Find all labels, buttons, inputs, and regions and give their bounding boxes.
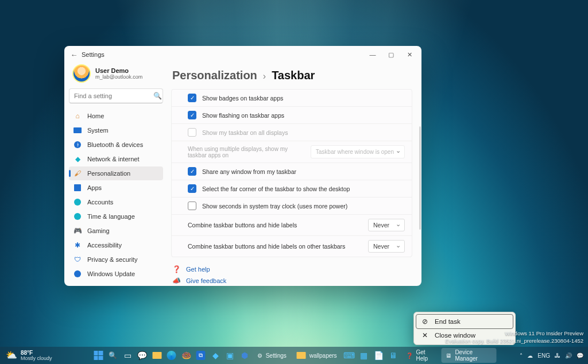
nav-update[interactable]: Windows Update — [69, 267, 163, 281]
taskbar-wallpapers[interactable]: wallpapers — [292, 348, 342, 363]
nav-time[interactable]: Time & language — [69, 210, 163, 223]
tray-chevron-up-icon[interactable]: ˄ — [520, 353, 523, 359]
app-icon-4[interactable]: ⬢ — [238, 348, 251, 363]
app-icon-1[interactable]: 🍩 — [179, 348, 192, 363]
prohibit-icon: ⊘ — [421, 317, 429, 326]
nav-personalization[interactable]: 🖌Personalization — [69, 166, 163, 180]
profile-email: m_lab@outlook.com — [95, 74, 142, 80]
feedback-icon: 📣 — [172, 277, 180, 285]
menu-end-task[interactable]: ⊘ End task — [416, 315, 513, 328]
window-title: Settings — [82, 51, 105, 58]
nav-bluetooth[interactable]: ᚼBluetooth & devices — [69, 138, 163, 152]
taskbar-settings[interactable]: ⚙Settings — [253, 348, 291, 363]
nav-list: ⌂Home System ᚼBluetooth & devices ◆Netwo… — [69, 109, 163, 281]
breadcrumb: Personalization › Taskbar — [172, 69, 412, 82]
device-icon: 🖥 — [446, 353, 451, 359]
maximize-button[interactable]: ▢ — [382, 48, 400, 61]
taskbar-center: 🔍 ▭ 💬 🍩 ⧉ ◆ ▣ ⬢ ⚙Settings wallpapers ⌨ ▦… — [92, 348, 497, 363]
tray-network-icon[interactable]: 🖧 — [555, 353, 560, 359]
setting-all-displays: Show my taskbar on all displays — [172, 124, 412, 141]
get-help-link[interactable]: ❓ Get help — [171, 265, 412, 273]
system-icon — [74, 126, 82, 134]
taskbar[interactable]: ⛅ 88°F Mostly cloudy 🔍 ▭ 💬 🍩 ⧉ ◆ ▣ ⬢ ⚙Se… — [0, 347, 588, 364]
edge-icon[interactable] — [165, 348, 178, 363]
app-icon-6[interactable]: ▦ — [357, 348, 370, 363]
nav-apps[interactable]: Apps — [69, 181, 163, 195]
weather-icon: ⛅ — [6, 350, 17, 361]
store-icon[interactable]: ⧉ — [194, 348, 207, 363]
setting-far-corner[interactable]: Select the far corner of the taskbar to … — [172, 180, 412, 198]
checkbox[interactable] — [188, 184, 196, 193]
setting-share-any[interactable]: Share any window from my taskbar — [172, 163, 412, 180]
taskbar-gethelp[interactable]: ❓Get Help — [401, 348, 440, 363]
settings-window: ← Settings — ▢ ✕ User Demo m_lab@outlook… — [64, 46, 421, 286]
taskbar-search[interactable]: 🔍 — [106, 348, 119, 363]
personalization-icon: 🖌 — [74, 169, 82, 177]
nav-system[interactable]: System — [69, 123, 163, 137]
checkbox — [188, 128, 196, 137]
tray-onedrive-icon[interactable]: ☁ — [527, 353, 533, 359]
search-input[interactable] — [74, 92, 153, 99]
give-feedback-link[interactable]: 📣 Give feedback — [171, 277, 412, 285]
window-titlebar: ← Settings — ▢ ✕ — [64, 46, 421, 63]
tray-volume-icon[interactable]: 🔊 — [565, 353, 572, 359]
dropdown[interactable]: Never — [368, 240, 405, 253]
setting-combine-other[interactable]: Combine taskbar buttons and hide labels … — [172, 236, 412, 257]
settings-panel: Show badges on taskbar apps Show flashin… — [171, 89, 412, 257]
minimize-button[interactable]: — — [364, 48, 381, 61]
apps-icon — [74, 184, 82, 192]
dropdown[interactable]: Never — [368, 219, 405, 231]
app-icon-7[interactable]: 📄 — [372, 348, 385, 363]
nav-network[interactable]: ◆Network & internet — [69, 152, 163, 166]
breadcrumb-current: Taskbar — [272, 69, 315, 82]
gaming-icon: 🎮 — [74, 227, 82, 235]
help-icon: ❓ — [406, 353, 413, 359]
sidebar: User Demo m_lab@outlook.com 🔍 ⌂Home Syst… — [64, 63, 168, 286]
nav-gaming[interactable]: 🎮Gaming — [69, 224, 163, 238]
setting-multi-display: When using multiple displays, show my ta… — [172, 141, 412, 163]
app-icon-3[interactable]: ▣ — [223, 348, 237, 363]
search-box[interactable]: 🔍 — [69, 88, 163, 103]
task-view[interactable]: ▭ — [121, 348, 134, 363]
nav-privacy[interactable]: 🛡Privacy & security — [69, 253, 163, 266]
taskbar-devicemanager[interactable]: 🖥Device Manager — [441, 348, 496, 363]
tray-notifications-icon[interactable]: 💬 — [577, 353, 583, 359]
setting-flashing[interactable]: Show flashing on taskbar apps — [172, 107, 412, 124]
update-icon — [74, 270, 82, 278]
gear-icon: ⚙ — [257, 353, 262, 359]
nav-accounts[interactable]: Accounts — [69, 195, 163, 209]
setting-badges[interactable]: Show badges on taskbar apps — [172, 90, 412, 107]
scrollbar-thumb[interactable] — [419, 126, 421, 230]
clock-icon — [74, 212, 82, 220]
system-tray[interactable]: ˄ ☁ ENG 🖧 🔊 💬 — [520, 353, 585, 359]
accessibility-icon: ✱ — [74, 241, 82, 249]
checkbox[interactable] — [188, 111, 196, 119]
nav-home[interactable]: ⌂Home — [69, 109, 163, 123]
back-button[interactable]: ← — [68, 51, 80, 59]
app-icon-2[interactable]: ◆ — [208, 348, 222, 363]
breadcrumb-parent[interactable]: Personalization — [172, 69, 257, 82]
shield-icon: 🛡 — [74, 255, 82, 264]
profile-block[interactable]: User Demo m_lab@outlook.com — [69, 63, 163, 88]
profile-name: User Demo — [95, 67, 142, 74]
app-icon-5[interactable]: ⌨ — [343, 348, 356, 363]
setting-seconds[interactable]: Show seconds in system tray clock (uses … — [172, 198, 412, 215]
start-button[interactable] — [92, 348, 105, 363]
avatar — [72, 64, 91, 83]
search-icon: 🔍 — [153, 92, 162, 100]
checkbox[interactable] — [188, 94, 196, 102]
setting-combine-main[interactable]: Combine taskbar buttons and hide labels … — [172, 215, 412, 236]
explorer-icon[interactable] — [150, 348, 163, 363]
app-icon-8[interactable]: 🖥 — [386, 348, 400, 363]
weather-widget[interactable]: ⛅ 88°F Mostly cloudy — [3, 350, 55, 362]
checkbox[interactable] — [188, 202, 196, 210]
close-icon: ✕ — [421, 331, 429, 339]
build-watermark: Windows 11 Pro Insider Preview Evaluatio… — [445, 330, 583, 344]
nav-accessibility[interactable]: ✱Accessibility — [69, 238, 163, 252]
tray-language[interactable]: ENG — [537, 353, 550, 359]
chat-icon[interactable]: 💬 — [136, 348, 149, 363]
checkbox[interactable] — [188, 167, 196, 176]
home-icon: ⌂ — [74, 112, 82, 120]
close-button[interactable]: ✕ — [401, 48, 418, 61]
accounts-icon — [74, 198, 82, 206]
